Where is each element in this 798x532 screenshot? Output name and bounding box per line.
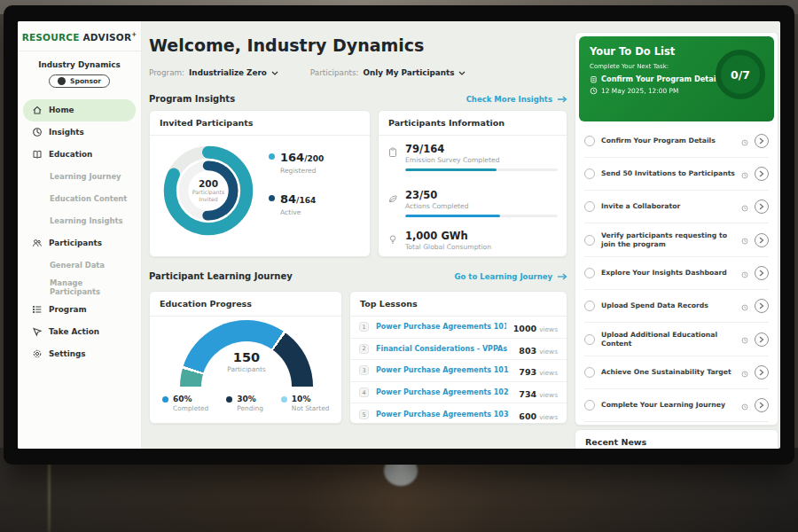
task-checkbox[interactable] xyxy=(584,367,595,378)
lesson-rank: 4 xyxy=(359,387,369,397)
sidebar-item-label: General Data xyxy=(50,261,105,270)
monitor-bezel: RESOURCE ADVISOR+ Industry Dynamics Spon… xyxy=(4,5,794,465)
sidebar-item-settings[interactable]: Settings xyxy=(23,343,136,365)
task-checkbox[interactable] xyxy=(584,235,595,246)
task-open-button[interactable] xyxy=(755,134,769,148)
task-checkbox[interactable] xyxy=(584,201,595,212)
sidebar-item-insights[interactable]: Insights xyxy=(23,121,136,144)
task-row[interactable]: Upload Spend Data Records xyxy=(584,290,769,323)
task-label: Confirm Your Program Details xyxy=(601,137,735,145)
task-row[interactable]: Invite a Collaborator xyxy=(584,191,769,223)
sidebar-item-label: Manage Participants xyxy=(50,278,132,296)
task-checkbox[interactable] xyxy=(584,168,595,179)
chevron-down-icon xyxy=(458,71,466,75)
lesson-title-link[interactable]: Power Purchase Agreements 101 xyxy=(376,366,512,374)
lesson-row[interactable]: 4Power Purchase Agreements 102734views xyxy=(350,382,567,404)
sponsor-icon xyxy=(58,77,66,85)
task-checkbox[interactable] xyxy=(584,268,595,278)
lesson-row[interactable]: 5Power Purchase Agreements 103600views xyxy=(350,403,567,426)
legend-registered: 164/200 Registered xyxy=(269,148,324,175)
program-value: Industrialize Zero xyxy=(189,68,267,77)
clock-icon xyxy=(741,397,748,414)
todo-progress-ring: 0/7 xyxy=(716,50,765,99)
legend-pending: 30%Pending xyxy=(226,395,263,412)
lesson-title-link[interactable]: Power Purchase Agreements 102 xyxy=(376,388,512,396)
task-row[interactable]: Complete Your Learning Journey xyxy=(584,389,769,422)
task-row[interactable]: Verify participants requesting to join t… xyxy=(584,223,769,257)
task-label: Explore Your Insights Dashboard xyxy=(601,269,735,278)
program-insights-header: Program Insights Check More Insights xyxy=(149,94,567,104)
insights-icon xyxy=(31,127,43,138)
task-row[interactable]: Send 50 Invitations to Participants xyxy=(584,158,769,191)
donut-center-label: 200 Participants Invited xyxy=(160,143,256,239)
participants-dropdown[interactable]: Participants: Only My Participants xyxy=(310,68,466,77)
logo-primary: RESOURCE xyxy=(22,32,80,43)
logo-secondary: ADVISOR xyxy=(82,32,131,43)
page-title: Welcome, Industry Dynamics xyxy=(149,35,424,55)
participants-value: Only My Participants xyxy=(363,68,454,77)
sidebar-item-education-content[interactable]: Education Content xyxy=(23,188,136,210)
task-checkbox[interactable] xyxy=(584,136,595,146)
task-open-button[interactable] xyxy=(755,266,769,280)
actions-progress-bar xyxy=(405,215,558,217)
sidebar-item-program[interactable]: Program xyxy=(23,299,136,321)
task-checkbox[interactable] xyxy=(584,301,595,311)
clock-icon xyxy=(741,298,748,315)
lesson-row[interactable]: 3Power Purchase Agreements 101793views xyxy=(350,360,567,382)
sidebar-item-learning-journey[interactable]: Learning Journey xyxy=(23,166,136,188)
sidebar-divider xyxy=(18,51,141,51)
task-open-button[interactable] xyxy=(755,398,769,412)
lesson-title-link[interactable]: Power Purchase Agreements 101 xyxy=(376,323,506,331)
lesson-rank: 1 xyxy=(359,322,369,332)
check-more-insights-link[interactable]: Check More Insights xyxy=(466,95,567,104)
take-action-icon xyxy=(31,326,43,338)
recent-news-title: Recent News xyxy=(575,430,778,449)
lesson-row[interactable]: 1Power Purchase Agreements 1011000views xyxy=(350,317,567,339)
task-checkbox[interactable] xyxy=(584,400,595,411)
sidebar-item-education[interactable]: Education xyxy=(23,144,136,166)
task-open-button[interactable] xyxy=(755,299,769,313)
task-checkbox[interactable] xyxy=(584,334,595,345)
legend-not-started: 10%Not Started xyxy=(281,395,330,412)
task-open-button[interactable] xyxy=(755,365,769,379)
top-lessons-card: Top Lessons 1Power Purchase Agreements 1… xyxy=(349,291,567,424)
lesson-views: 734views xyxy=(519,384,558,401)
clock-icon xyxy=(741,364,748,381)
task-open-button[interactable] xyxy=(755,167,769,181)
sidebar-item-learning-insights[interactable]: Learning Insights xyxy=(23,210,136,232)
sidebar-item-home[interactable]: Home xyxy=(23,99,136,121)
program-label: Program: xyxy=(149,68,184,77)
active-dot xyxy=(269,195,275,201)
task-open-button[interactable] xyxy=(755,200,769,214)
legend-completed: 60%Completed xyxy=(162,395,208,412)
plant-stem xyxy=(48,461,51,532)
sidebar-item-manage-participants[interactable]: Manage Participants xyxy=(23,277,136,299)
lesson-views: 793views xyxy=(519,362,558,379)
task-open-button[interactable] xyxy=(755,332,769,347)
task-row[interactable]: Upload Additional Educational Content xyxy=(584,323,769,356)
lesson-views: 600views xyxy=(519,406,558,423)
task-open-button[interactable] xyxy=(755,233,769,247)
lesson-title-link[interactable]: Financial Considerations - VPPAs xyxy=(376,345,512,353)
registered-dot xyxy=(269,153,275,160)
task-label: Upload Spend Data Records xyxy=(601,301,735,310)
task-row[interactable]: Explore Your Insights Dashboard xyxy=(584,257,769,290)
task-row[interactable]: Confirm Your Program Details xyxy=(584,125,769,158)
gauge-legend: 60%Completed 30%Pending 10%Not Started xyxy=(162,395,334,412)
sidebar: RESOURCE ADVISOR+ Industry Dynamics Spon… xyxy=(18,21,142,449)
participants-label: Participants: xyxy=(310,68,359,77)
go-to-learning-journey-link[interactable]: Go to Learning Journey xyxy=(455,272,567,281)
sidebar-item-take-action[interactable]: Take Action xyxy=(23,321,136,343)
sidebar-item-general-data[interactable]: General Data xyxy=(23,254,136,277)
clock-icon xyxy=(741,331,748,348)
sidebar-item-label: Settings xyxy=(49,349,86,358)
program-dropdown[interactable]: Program: Industrialize Zero xyxy=(149,68,278,77)
participants-information-card: Participants Information 79/164 Emission… xyxy=(378,110,567,257)
pending-dot xyxy=(226,396,232,403)
clock-icon xyxy=(741,231,748,248)
task-row[interactable]: Achieve One Sustainability Target xyxy=(584,356,769,389)
lesson-row[interactable]: 2Financial Considerations - VPPAs803view… xyxy=(350,339,567,361)
lesson-rank: 3 xyxy=(359,365,369,375)
lesson-title-link[interactable]: Power Purchase Agreements 103 xyxy=(376,411,512,419)
sidebar-item-participants[interactable]: Participants xyxy=(23,232,136,254)
